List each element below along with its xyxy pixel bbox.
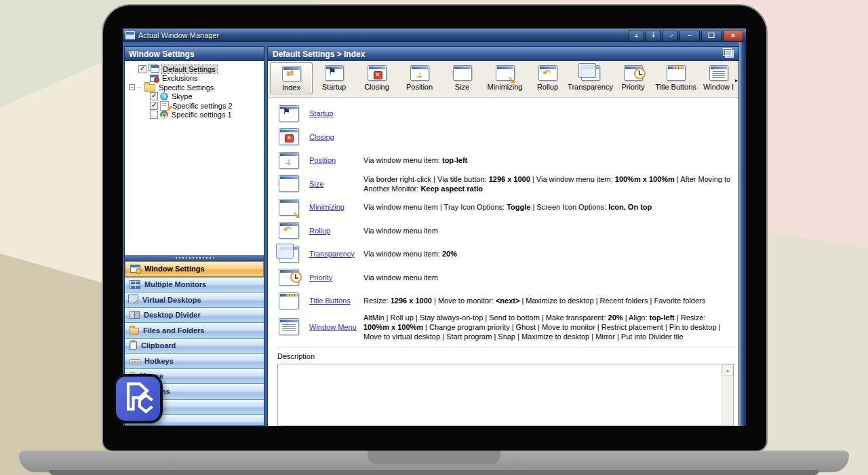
startup-glyph: ⚑	[283, 107, 290, 115]
tree-item[interactable]: Exclusions	[125, 74, 264, 83]
setting-link-size[interactable]: Size	[309, 180, 363, 188]
nav-item-hotkeys[interactable]: Hotkeys	[125, 353, 264, 368]
main-panel: Default Settings > Index ⇄Index⚑Startup×…	[267, 46, 739, 426]
titlebuttons-icon	[279, 292, 299, 309]
setting-link-transparency[interactable]: Transparency	[309, 250, 363, 258]
virtual-desktops-icon	[130, 296, 138, 303]
toolbar-item-title-buttons[interactable]: Title Buttons	[654, 62, 697, 91]
nav-item-window-settings[interactable]: Window Settings	[125, 261, 264, 277]
arrow-into-tray-icon: ↧	[651, 32, 656, 39]
setting-summary: Resize: 1296 x 1000 | Move to monitor: <…	[363, 296, 736, 305]
summary-segment: AltMin | Roll up | Stay always-on-top | …	[363, 314, 608, 322]
toolbar-item-index[interactable]: ⇄Index	[270, 62, 313, 94]
setting-link-priority[interactable]: Priority	[309, 273, 363, 282]
maximize-button[interactable]	[701, 30, 722, 41]
tree-item[interactable]: Default Settings	[125, 64, 264, 74]
panel-splitter[interactable]	[125, 255, 264, 261]
nav-item-label: Desktop Divider	[144, 311, 201, 319]
laptop-base-edge	[49, 470, 819, 475]
tree-item[interactable]: SSkype	[125, 92, 264, 102]
tree-checkbox[interactable]	[138, 65, 146, 73]
minimizing-icon: ↘	[496, 65, 515, 81]
setting-link-closing[interactable]: Closing	[309, 133, 363, 141]
priority-icon	[624, 65, 643, 81]
tree-checkbox[interactable]	[150, 102, 158, 110]
minimizing-glyph: ↘	[292, 210, 300, 219]
exclusions-icon	[150, 75, 159, 82]
setting-link-window-menu[interactable]: Window Menu	[309, 323, 363, 331]
startup-icon: ⚑	[279, 105, 299, 122]
closing-glyph: ×	[285, 134, 294, 142]
tree-item[interactable]: Specific settings 2	[125, 101, 264, 111]
setting-row-closing: ×Closing	[277, 126, 736, 149]
minimize-to-tray-button[interactable]: ↧	[646, 30, 661, 41]
setting-row-title-buttons: Title ButtonsResize: 1296 x 1000 | Move …	[277, 289, 736, 313]
toolbar-item-label: Startup	[322, 83, 346, 91]
toolbar-item-label: Title Buttons	[655, 83, 696, 91]
splitter-grip-icon	[176, 257, 214, 259]
description-scrollbar[interactable]: ▲	[722, 364, 733, 425]
toolbar-overflow-icon[interactable]: ▸	[735, 77, 738, 83]
hotkeys-icon	[130, 359, 140, 364]
summary-segment: 20%	[608, 314, 623, 322]
setting-link-minimizing[interactable]: Minimizing	[309, 203, 363, 211]
tree-item[interactable]: −Specific Settings	[125, 83, 264, 92]
toolbar-item-window-i[interactable]: Window I	[697, 62, 738, 91]
close-button[interactable]: ×	[723, 30, 743, 41]
tree-checkbox[interactable]	[150, 92, 158, 100]
toolbar-item-priority[interactable]: Priority	[612, 62, 654, 91]
pcc-logo-glyph	[119, 380, 157, 418]
close-icon: ×	[731, 31, 735, 39]
tree-item[interactable]: Specific settings 1	[125, 111, 264, 120]
window-titlebar-stripe	[454, 66, 471, 69]
summary-segment: Via window menu item | Tray Icon Options…	[363, 203, 507, 211]
toolbar-item-startup[interactable]: ⚑Startup	[313, 62, 355, 91]
nav-item-label: Clipboard	[141, 341, 176, 349]
window-titlebar-stripe	[711, 66, 727, 69]
minimize-button[interactable]: –	[679, 30, 700, 41]
setting-row-minimizing: ↘MinimizingVia window menu item | Tray I…	[277, 195, 736, 219]
move-window-button[interactable]: ↕↔	[629, 30, 644, 41]
toolbar-item-transparency[interactable]: Transparency	[569, 62, 612, 91]
transparency-glyph	[276, 244, 294, 259]
toolbar-item-closing[interactable]: ×Closing	[355, 62, 398, 91]
scroll-up-icon[interactable]: ▲	[722, 364, 733, 376]
tree-checkbox[interactable]	[150, 111, 158, 119]
setting-link-position[interactable]: Position	[309, 156, 363, 164]
maximize-icon	[709, 33, 715, 38]
description-textarea[interactable]: ▲	[277, 364, 734, 426]
toolbar-item-rollup[interactable]: ↶Rollup	[526, 62, 569, 91]
nav-item-files-and-folders[interactable]: Files and Folders	[125, 322, 264, 338]
nav-item-desktop-divider[interactable]: Desktop Divider	[125, 307, 264, 323]
title-bar[interactable]: Actual Window Manager ↕↔↧↔–×	[123, 28, 746, 42]
setting-summary: AltMin | Roll up | Stay always-on-top | …	[363, 313, 736, 341]
summary-segment: Resize:	[363, 297, 391, 305]
resize-window-button[interactable]: ↔	[663, 30, 678, 41]
toolbar-item-label: Size	[455, 83, 469, 91]
setting-row-transparency: TransparencyVia window menu item: 20%	[277, 242, 736, 266]
layered-windows-icon[interactable]	[725, 50, 734, 58]
summary-segment: | Maximize to desktop | Recent folders |…	[519, 297, 705, 305]
summary-segment: | Move to monitor:	[432, 297, 496, 305]
window-title: Actual Window Manager	[138, 31, 219, 39]
summary-segment: 1296 x 1000	[391, 297, 432, 305]
summary-segment: Toggle	[507, 203, 530, 211]
toolbar-item-size[interactable]: ↕↔Size	[441, 62, 484, 91]
summary-segment: Via window menu item	[363, 227, 438, 235]
setting-link-rollup[interactable]: Rollup	[309, 227, 363, 235]
size-icon: ↕↔	[453, 65, 472, 81]
setting-summary: Via window menu item	[363, 226, 736, 235]
toolbar-item-position[interactable]: ↔↕Position	[398, 62, 441, 91]
nav-item-multiple-monitors[interactable]: Multiple Monitors	[125, 277, 264, 292]
setting-link-startup[interactable]: Startup	[309, 109, 363, 117]
nav-item-virtual-desktops[interactable]: Virtual Desktops	[125, 292, 264, 307]
priority-glyph	[634, 68, 646, 79]
tree-expander-minus-icon[interactable]: −	[129, 84, 135, 90]
setting-row-window-menu: Window MenuAltMin | Roll up | Stay alway…	[277, 313, 736, 341]
setting-link-title-buttons[interactable]: Title Buttons	[309, 297, 363, 305]
toolbar-item-minimizing[interactable]: ↘Minimizing	[484, 62, 526, 91]
priority-icon	[279, 269, 299, 286]
windowmenu-glyph	[713, 71, 725, 78]
summary-segment: Keep aspect ratio	[420, 185, 483, 193]
nav-item-clipboard[interactable]: Clipboard	[125, 338, 264, 354]
